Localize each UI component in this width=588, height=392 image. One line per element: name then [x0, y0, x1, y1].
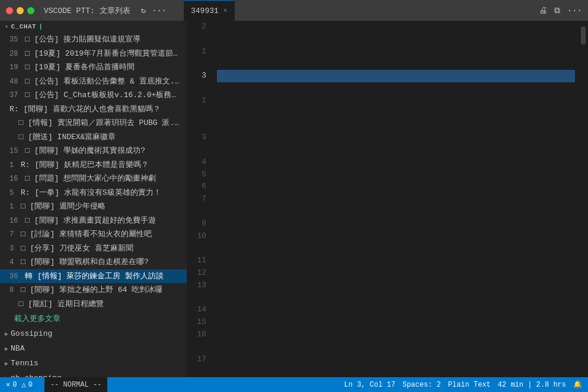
arrow-nba-icon: ▶ [5, 345, 8, 352]
editor-line-empty1 [217, 57, 575, 70]
board-label: C_Chat [11, 23, 37, 30]
statusbar-ln-col: Ln 3, Col 17 [344, 381, 395, 389]
editor-line-time-active: 時間 Sun Jul 14 14:29:13 2019 [217, 70, 575, 82]
editor-line-release: 光榮特庫摩遊戲將在2019年9月26日(PS4/Switch)發售由GUST品牌… [217, 365, 575, 377]
main-layout: ▾ C_Chat | 35 □ [公告] 接力貼圖疑似違規宣導 28 □ [19… [0, 21, 588, 377]
editor-area: 2 1 3 1 3 4 5 6 7 9 [187, 21, 588, 377]
tab-bar: 349931 × [184, 0, 552, 21]
titlebar-right-icons: 🖨 ⧉ ··· [539, 0, 582, 21]
sidebar-item-tennis[interactable]: ▶ Tennis [0, 356, 187, 371]
collapse-arrow-icon: ▾ [5, 23, 9, 30]
editor-line-src-title: 標題: [情報] 萊莎的鍊金工房 製作人訪談 [217, 181, 575, 193]
sidebar-item-16[interactable]: 4 □ [閒聊] 聯盟戰棋和自走棋差在哪? [0, 255, 187, 269]
statusbar-left: ✕ 0 △ 0 [6, 380, 33, 389]
editor-line-img-link[interactable]: https://i.imgur.com/1TcyvRP.jpg [217, 329, 575, 341]
tab-349931[interactable]: 349931 × [184, 0, 235, 21]
refresh-icon[interactable]: ↻ [141, 5, 146, 15]
editor-line-desc1b: 術 [217, 292, 575, 304]
app-root: VSCODE PTT: 文章列表 ↻ ··· 349931 × 🖨 ⧉ ··· … [0, 0, 588, 392]
close-button[interactable] [6, 7, 13, 14]
sidebar-item-7[interactable]: □ [贈送] INDEX&當麻徽章 [0, 130, 187, 144]
sidebar-item-14[interactable]: 7 □ [討論] 來猜猜看不知火衣的屬性吧 [0, 227, 187, 242]
editor-line-empty3 [217, 95, 575, 107]
editor-line-desc1: 「萊莎的鍊金工房 〜常闇女王與秘密藏身處〜」開發者訪談。集結系列技術，向新技術 [217, 279, 575, 292]
editor-content: 2 1 3 1 3 4 5 6 7 9 [187, 21, 588, 377]
editor-line-src-time: 時間: Sun Jul 14 14:28:54 2019 [217, 193, 575, 205]
board-header-cchat[interactable]: ▾ C_Chat | [0, 21, 187, 33]
line-numbers: 2 1 3 1 3 4 5 6 7 9 [187, 21, 211, 377]
sidebar-item-5[interactable]: R: [閒聊] 喜歡六花的人也會喜歡黑貓嗎？ [0, 102, 187, 117]
print-icon[interactable]: 🖨 [539, 6, 547, 15]
statusbar-time: 42 min | 2.8 hrs [498, 381, 566, 389]
sidebar-item-nba[interactable]: ▶ NBA [0, 341, 187, 356]
sidebar-item-8[interactable]: 15 □ [閒聊] 學姊的魔術其實很成功? [0, 144, 187, 158]
sidebar-item-4[interactable]: 37 □ [公告] C_Chat板板規v.16.2.0+板務建議 [0, 88, 187, 102]
more-icon[interactable]: ··· [152, 6, 167, 15]
error-count: 0 [12, 381, 17, 389]
sidebar[interactable]: ▾ C_Chat | 35 □ [公告] 接力貼圖疑似違規宣導 28 □ [19… [0, 21, 187, 377]
tab-label: 349931 [191, 7, 219, 15]
arrow-nbshopping-icon: ▶ [5, 375, 8, 378]
minimize-button[interactable] [17, 7, 24, 14]
load-more-button[interactable]: 載入更多文章 [0, 311, 187, 326]
editor-line-empty7 [217, 205, 575, 218]
sidebar-item-18[interactable]: 8 □ [閒聊] 笨拙之極的上野 64 吃剉冰囉 [0, 283, 187, 297]
statusbar-bell-icon[interactable]: 🔔 [573, 380, 582, 389]
sidebar-item-0[interactable]: 35 □ [公告] 接力貼圖疑似違規宣導 [0, 33, 187, 47]
statusbar-file-type: Plain Text [448, 381, 491, 389]
sidebar-item-gossiping[interactable]: ▶ Gossiping [0, 326, 187, 341]
editor-line-empty12 [217, 341, 575, 354]
split-view-icon[interactable]: ⧉ [554, 6, 560, 15]
statusbar-right: Ln 3, Col 17 Spaces: 2 Plain Text 42 min… [344, 380, 582, 389]
editor-line-author: 作者 AlSaidak (憂う者) [217, 21, 575, 33]
mode-label: -- NORMAL -- [50, 381, 101, 389]
sidebar-item-9[interactable]: 1 R: [閒聊] 妖精尼巴本體是音樂嗎？ [0, 158, 187, 172]
editor-line-empty11 [217, 316, 575, 329]
statusbar-mode: -- NORMAL -- [44, 377, 107, 392]
arrow-tennis-icon: ▶ [5, 360, 8, 367]
sidebar-item-19[interactable]: □ [龍紅] 近期日程總覽 [0, 297, 187, 311]
maximize-button[interactable] [27, 7, 34, 14]
error-icon: ✕ [6, 380, 10, 389]
editor-line-empty13 [217, 354, 575, 366]
sidebar-item-13[interactable]: 16 □ [閒聊] 求推薦畫質超好的免費手遊 [0, 214, 187, 228]
sidebar-item-12[interactable]: 1 □ [閒聊] 週間少年侵略 [0, 200, 187, 214]
sidebar-item-6[interactable]: □ [情報] 實況開箱／跟著玥玥去 PUBG 派... [0, 116, 187, 130]
scrollbar-thumb[interactable] [581, 27, 586, 44]
titlebar-icons: ↻ ··· [141, 5, 167, 15]
editor-line-empty6 [217, 156, 575, 169]
editor-line-source: ※ [本文轉錄自 PlayStation 看板 #1TAikhdz ] [217, 131, 575, 144]
sidebar-section-cchat: ▾ C_Chat | 35 □ [公告] 接力貼圖疑似違規宣導 28 □ [19… [0, 21, 187, 326]
statusbar-spaces: Spaces: 2 [402, 381, 441, 389]
sidebar-item-15[interactable]: 3 □ [分享] 刀使巫女 喜芝麻新聞 [0, 242, 187, 256]
sidebar-item-nb-shopping[interactable]: ▶ nb-shopping [0, 371, 187, 377]
titlebar: VSCODE PTT: 文章列表 ↻ ··· 349931 × 🖨 ⧉ ··· [0, 0, 588, 21]
editor-line-empty9 [217, 255, 575, 267]
more-options-icon[interactable]: ··· [567, 6, 582, 15]
editor-text-content: 作者 AlSaidak (憂う者) 看板 C_Chat 標題 Fw: [情報] … [211, 21, 581, 377]
sidebar-item-17-active[interactable]: 36 轉 [情報] 萊莎的鍊金工房 製作人訪談 [0, 269, 187, 284]
editor-scrollbar[interactable] [581, 21, 588, 377]
warning-count: 0 [28, 381, 33, 389]
arrow-gossiping-icon: ▶ [5, 330, 8, 338]
sidebar-item-2[interactable]: 19 □ [19夏] 夏番各作品首播時間 [0, 60, 187, 75]
app-title: VSCODE PTT: 文章列表 [44, 5, 130, 16]
editor-line-title: 標題 Fw: [情報] 萊莎的鍊金工房 製作人訪談 [217, 46, 575, 58]
sidebar-item-3[interactable]: 48 □ [公告] 看板活動公告彙整 & 置底推文... [0, 75, 187, 89]
statusbar: ✕ 0 △ 0 -- NORMAL -- Ln 3, Col 17 Spaces… [0, 377, 588, 392]
editor-line-empty2 [217, 82, 575, 95]
editor-line-divider: ────────────────────────────────────────… [217, 107, 575, 120]
editor-line-challenge: 挑戰 [217, 304, 575, 316]
sidebar-item-11[interactable]: 5 R: [一拳] 水龍有沒有S級英雄的實力！ [0, 186, 187, 200]
sidebar-item-10[interactable]: 16 □ [問題] 想問開大家心中的勵畫神劇 [0, 172, 187, 186]
editor-line-empty10 [217, 267, 575, 279]
tab-close-icon[interactable]: × [223, 7, 228, 14]
sidebar-item-1[interactable]: 28 □ [19夏] 2019年7月新番台灣觀賞管道節... [0, 47, 187, 61]
editor-line-empty8 [217, 242, 575, 255]
editor-line-empty5 [217, 144, 575, 156]
statusbar-error: ✕ 0 △ 0 [6, 380, 33, 389]
editor-line-4gamer-label: 4Gamer訪談網址 [217, 218, 575, 230]
editor-line-4gamer-link[interactable]: https://www.4gamer.net/games/461/G046147… [217, 230, 575, 243]
warning-icon: △ [21, 380, 25, 389]
cursor-indicator: | [39, 23, 43, 30]
